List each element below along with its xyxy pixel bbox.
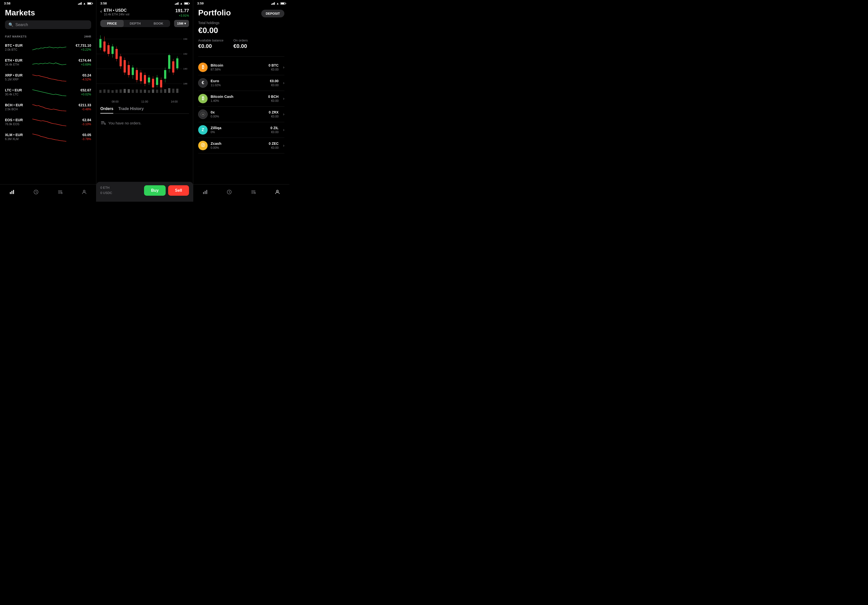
wifi-icon-3: ▲ bbox=[276, 2, 279, 5]
bottom-nav-markets bbox=[0, 184, 96, 202]
euro-eur: €0.00 bbox=[270, 84, 279, 87]
asset-item-0x[interactable]: ✕ 0x 0.00% 0 ZRX €0.00 › bbox=[198, 107, 284, 122]
depth-tab[interactable]: DEPTH bbox=[124, 20, 147, 27]
nav-markets-chart[interactable] bbox=[9, 189, 15, 195]
chevron-down-icon: ▾ bbox=[184, 22, 186, 25]
chart-bar-icon bbox=[9, 189, 15, 195]
timeframe-button[interactable]: 15M ▾ bbox=[174, 20, 189, 27]
asset-item-euro[interactable]: € Euro 11.02% €0.00 €0.00 › bbox=[198, 75, 284, 91]
svg-rect-22 bbox=[107, 45, 110, 54]
svg-rect-79 bbox=[101, 124, 103, 124]
ltc-price: €52.67 bbox=[69, 88, 91, 92]
available-amount: €0.00 bbox=[198, 43, 223, 50]
market-item-ltc[interactable]: LTC • EUR 30.4k LTC €52.67 +0.02% bbox=[0, 85, 96, 99]
clock-icon-p bbox=[226, 189, 232, 195]
0x-qty: 0 ZRX bbox=[269, 110, 279, 114]
asset-item-bch[interactable]: ₿ Bitcoin Cash 1.40% 0 BCH €0.00 › bbox=[198, 91, 284, 107]
holdings-section: Total holdings €0.00 Available balance €… bbox=[193, 20, 289, 53]
chart-tab-group: PRICE DEPTH BOOK bbox=[100, 20, 170, 27]
zcash-pct: 0.00% bbox=[211, 146, 266, 149]
nav-markets-history[interactable] bbox=[33, 189, 39, 195]
buy-button[interactable]: Buy bbox=[144, 185, 166, 196]
nav-markets-orders[interactable] bbox=[57, 189, 63, 195]
status-icons-1: ▲ bbox=[78, 2, 92, 5]
asset-item-zcash[interactable]: ⓩ Zcash 0.00% 0 ZEC €0.00 › bbox=[198, 138, 284, 154]
sell-button[interactable]: Sell bbox=[168, 185, 189, 196]
svg-rect-26 bbox=[115, 49, 118, 59]
chart-price: 191.77 bbox=[175, 8, 189, 13]
orders-empty-icon bbox=[100, 120, 106, 126]
ltc-volume: 30.4k LTC bbox=[5, 93, 30, 96]
asset-item-zilliqa[interactable]: Z Zilliqa 0% 0 ZIL €0.00 › bbox=[198, 122, 284, 138]
svg-rect-1 bbox=[12, 191, 13, 194]
bitcoin-eur: €0.00 bbox=[268, 68, 278, 71]
bch-eur: €0.00 bbox=[268, 99, 279, 102]
euro-pct: 11.02% bbox=[211, 84, 267, 87]
bch-sparkline bbox=[32, 102, 66, 112]
market-item-xrp[interactable]: XRP • EUR 5.1M XRP €0.24 -4.52% bbox=[0, 70, 96, 85]
bch-qty: 0 BCH bbox=[268, 95, 279, 99]
eth-price: €174.44 bbox=[69, 58, 91, 62]
svg-rect-59 bbox=[107, 90, 110, 93]
svg-rect-42 bbox=[148, 78, 150, 82]
eos-volume: 76.9k EOS bbox=[5, 123, 30, 126]
bch-icon: ₿ bbox=[198, 94, 208, 103]
on-orders-label: On orders bbox=[234, 39, 248, 42]
svg-rect-63 bbox=[124, 89, 126, 93]
deposit-button[interactable]: DEPOSIT bbox=[261, 10, 284, 17]
market-item-eos[interactable]: EOS • EUR 76.9k EOS €2.84 -3.10% bbox=[0, 115, 96, 129]
svg-text:✕: ✕ bbox=[202, 113, 204, 116]
eth-volume: 34.4k ETH bbox=[5, 63, 30, 66]
euro-icon: € bbox=[198, 78, 208, 88]
chart-volume: 10.4k ETH 24hr vol bbox=[104, 12, 175, 16]
24hr-label: 24HR bbox=[84, 35, 91, 38]
search-bar[interactable]: 🔍 Search bbox=[5, 20, 91, 29]
available-balance-col: Available balance €0.00 bbox=[198, 39, 223, 50]
nav-portfolio-chart[interactable] bbox=[202, 189, 208, 195]
svg-point-7 bbox=[61, 192, 62, 194]
svg-rect-66 bbox=[136, 89, 138, 93]
market-item-bch[interactable]: BCH • EUR 2.5k BCH €211.33 -0.48% bbox=[0, 99, 96, 115]
ltc-change: +0.02% bbox=[69, 93, 91, 96]
chart-panel: 3:58 ▲ ‹ ETH • USDC 10.4k ETH 24hr vol 1… bbox=[96, 0, 193, 202]
book-tab[interactable]: BOOK bbox=[147, 20, 170, 27]
svg-rect-70 bbox=[152, 89, 154, 93]
eos-pair: EOS • EUR bbox=[5, 118, 30, 122]
ltc-sparkline bbox=[32, 87, 66, 97]
ltc-pair: LTC • EUR bbox=[5, 88, 30, 92]
zcash-chevron-icon: › bbox=[283, 143, 284, 148]
trade-buttons: Buy Sell bbox=[144, 185, 189, 196]
trade-bar: 0 ETH 0 USDC Buy Sell bbox=[96, 182, 193, 202]
svg-rect-73 bbox=[164, 89, 166, 93]
price-tab[interactable]: PRICE bbox=[100, 20, 124, 27]
nav-portfolio-orders[interactable] bbox=[251, 189, 256, 195]
svg-rect-48 bbox=[160, 80, 162, 87]
svg-rect-46 bbox=[156, 78, 158, 85]
svg-rect-67 bbox=[140, 90, 142, 93]
zcash-icon: ⓩ bbox=[198, 141, 208, 150]
bitcoin-qty: 0 BTC bbox=[268, 63, 278, 67]
orders-tab-active[interactable]: Orders bbox=[100, 107, 113, 113]
eth-change: +3.69% bbox=[69, 63, 91, 66]
trade-history-tab[interactable]: Trade History bbox=[118, 107, 144, 113]
battery-icon-2 bbox=[184, 2, 189, 5]
market-item-xlm[interactable]: XLM • EUR 6.3M XLM €0.05 -3.78% bbox=[0, 129, 96, 144]
market-item-btc[interactable]: BTC • EUR 2.0k BTC €7,731.10 +3.22% bbox=[0, 40, 96, 55]
orders-tabs: Orders Trade History bbox=[100, 107, 189, 114]
asset-item-bitcoin[interactable]: ₿ Bitcoin 87.58% 0 BTC €0.00 › bbox=[198, 60, 284, 75]
nav-portfolio-profile[interactable] bbox=[275, 189, 280, 195]
svg-rect-56 bbox=[176, 58, 178, 68]
svg-rect-61 bbox=[115, 90, 118, 93]
nav-markets-profile[interactable] bbox=[81, 189, 87, 195]
xlm-price: €0.05 bbox=[69, 133, 91, 137]
divider bbox=[198, 56, 284, 57]
chart-svg: 194 192 190 188 bbox=[96, 29, 193, 99]
bch-change: -0.48% bbox=[69, 107, 91, 111]
svg-rect-71 bbox=[156, 90, 158, 93]
signal-icon-2 bbox=[175, 2, 178, 5]
market-item-eth[interactable]: ETH • EUR 34.4k ETH €174.44 +3.69% bbox=[0, 55, 96, 70]
nav-portfolio-history[interactable] bbox=[226, 189, 232, 195]
xlm-change: -3.78% bbox=[69, 137, 91, 141]
eth-pair: ETH • EUR bbox=[5, 58, 30, 62]
bitcoin-chevron-icon: › bbox=[283, 65, 284, 70]
